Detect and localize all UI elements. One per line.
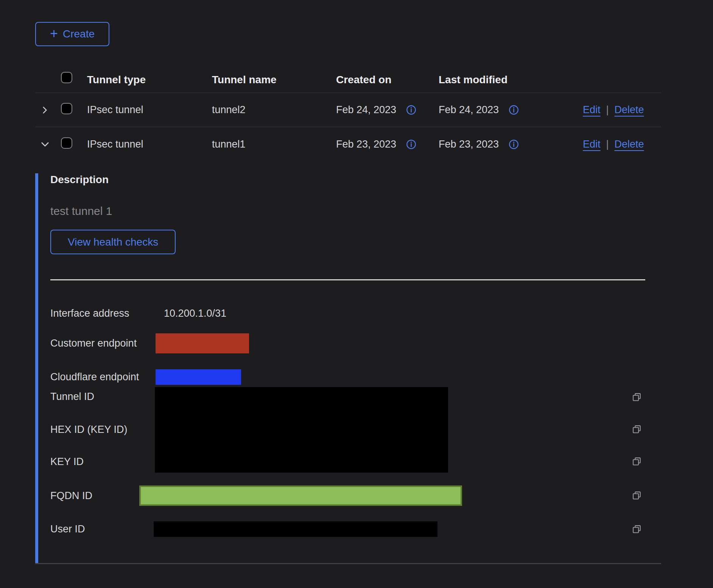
plus-icon: + <box>50 27 58 40</box>
table-row: IPsec tunnel tunnel2 Feb 24, 2023 Feb 24… <box>35 93 661 127</box>
hex-id-label: HEX ID (KEY ID) <box>50 423 128 436</box>
copy-icon <box>632 456 642 467</box>
column-header-tunnel-type: Tunnel type <box>87 74 212 93</box>
create-button[interactable]: + Create <box>35 22 109 46</box>
header-chevron-spacer <box>35 86 61 93</box>
table-bottom-divider <box>35 563 661 564</box>
cloudflare-endpoint-redaction <box>156 369 241 385</box>
user-id-redaction <box>154 521 437 537</box>
copy-icon <box>632 424 642 435</box>
tunnels-page: + Create Tunnel type Tunnel name Created… <box>35 0 661 564</box>
cell-tunnel-name: tunnel2 <box>212 104 336 116</box>
select-all-checkbox[interactable] <box>61 72 72 83</box>
copy-hex-id-button[interactable] <box>632 424 642 435</box>
cloudflare-endpoint-label: Cloudflare endpoint <box>50 371 156 383</box>
cell-created-on: Feb 23, 2023 <box>336 138 396 150</box>
cell-tunnel-type: IPsec tunnel <box>87 104 212 116</box>
edit-link[interactable]: Edit <box>583 138 601 150</box>
delete-link[interactable]: Delete <box>615 138 644 150</box>
actions-separator: | <box>606 138 609 150</box>
copy-tunnel-id-button[interactable] <box>632 392 642 403</box>
info-icon <box>509 139 519 149</box>
description-value: test tunnel 1 <box>50 204 661 218</box>
id-values-redaction <box>155 387 448 473</box>
view-health-checks-button[interactable]: View health checks <box>50 230 176 254</box>
panel-divider <box>50 279 645 280</box>
field-fqdn-id: FQDN ID <box>50 485 661 506</box>
customer-endpoint-label: Customer endpoint <box>50 338 156 349</box>
interface-address-label: Interface address <box>50 308 164 319</box>
field-customer-endpoint: Customer endpoint <box>50 333 661 353</box>
cell-last-modified: Feb 24, 2023 <box>439 104 499 116</box>
chevron-right-icon <box>40 105 50 115</box>
tunnel-detail-panel: Description test tunnel 1 View health ch… <box>35 173 661 563</box>
chevron-down-icon <box>40 139 50 149</box>
create-button-label: Create <box>63 28 95 40</box>
copy-user-id-button[interactable] <box>632 524 642 535</box>
cell-tunnel-type: IPsec tunnel <box>87 138 212 150</box>
column-header-tunnel-name: Tunnel name <box>212 74 336 93</box>
description-label: Description <box>50 173 661 186</box>
copy-icon <box>632 392 642 403</box>
field-cloudflare-endpoint: Cloudflare endpoint <box>50 369 661 385</box>
field-id-group: Tunnel ID HEX ID (KEY ID) KEY ID <box>50 387 661 473</box>
field-interface-address: Interface address 10.200.1.0/31 <box>50 306 661 321</box>
edit-link[interactable]: Edit <box>583 104 601 116</box>
fqdn-id-redaction <box>139 485 462 506</box>
created-info-button[interactable] <box>406 139 416 149</box>
cell-tunnel-name: tunnel1 <box>212 138 336 150</box>
copy-icon <box>632 490 642 501</box>
fqdn-id-label: FQDN ID <box>50 490 139 502</box>
field-user-id: User ID <box>50 521 661 537</box>
collapse-row-button[interactable] <box>40 139 50 149</box>
column-header-created-on: Created on <box>336 74 439 93</box>
table-header: Tunnel type Tunnel name Created on Last … <box>35 46 661 93</box>
info-icon <box>406 139 416 149</box>
expand-row-button[interactable] <box>40 105 50 115</box>
user-id-label: User ID <box>50 523 154 535</box>
copy-fqdn-id-button[interactable] <box>632 490 642 501</box>
table-row: IPsec tunnel tunnel1 Feb 23, 2023 Feb 23… <box>35 127 661 161</box>
row-checkbox[interactable] <box>61 103 72 114</box>
delete-link[interactable]: Delete <box>615 104 644 116</box>
info-icon <box>509 105 519 115</box>
cell-last-modified: Feb 23, 2023 <box>439 138 499 150</box>
modified-info-button[interactable] <box>509 105 519 115</box>
modified-info-button[interactable] <box>509 139 519 149</box>
tunnel-id-label: Tunnel ID <box>50 390 94 403</box>
actions-separator: | <box>606 104 609 116</box>
key-id-label: KEY ID <box>50 455 84 468</box>
copy-key-id-button[interactable] <box>632 456 642 467</box>
created-info-button[interactable] <box>406 105 416 115</box>
interface-address-value: 10.200.1.0/31 <box>164 308 226 319</box>
row-checkbox[interactable] <box>61 137 72 149</box>
column-header-last-modified: Last modified <box>439 74 583 93</box>
cell-created-on: Feb 24, 2023 <box>336 104 396 116</box>
info-icon <box>406 105 416 115</box>
customer-endpoint-redaction <box>156 333 249 353</box>
copy-icon <box>632 524 642 535</box>
